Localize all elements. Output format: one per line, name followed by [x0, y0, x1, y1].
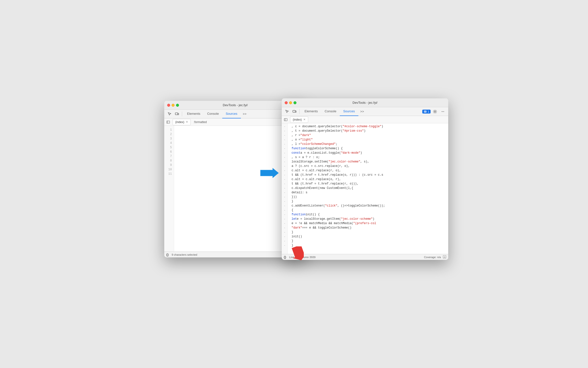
code-content-front: - - - - - - - - - - - - - - - - -: [282, 123, 448, 254]
code-row-11: c.alt = c.alt.replace(r, o),: [290, 168, 448, 173]
sidebar-toggle-back[interactable]: [165, 119, 171, 125]
gutter-9: -: [282, 160, 287, 164]
tab-console-front[interactable]: Console: [321, 107, 340, 116]
code-row-20: {: [290, 208, 448, 212]
svg-rect-14: [284, 118, 287, 121]
maximize-button-front[interactable]: [294, 101, 296, 104]
status-bar-front: {} Line 11, Column 3939 Coverage: n/a: [282, 254, 448, 260]
device-toggle-icon[interactable]: [174, 111, 180, 117]
gutter-15: -: [282, 186, 287, 190]
line-num-8: 8: [164, 159, 174, 163]
coverage-front: Coverage: n/a: [424, 255, 446, 259]
file-tab-formatted-back[interactable]: :formatted: [191, 119, 209, 125]
devtools-window-front: DevTools - jec.fyi/ Elements Console Sou…: [282, 98, 448, 260]
gutter-14: -: [282, 182, 287, 186]
tab-more-front[interactable]: >>: [358, 107, 366, 116]
minimize-button-back[interactable]: [172, 104, 175, 107]
code-row-10: a ? (c.src = c.src.replace(r, o),: [290, 164, 448, 168]
svg-rect-16: [443, 255, 446, 258]
gutter-18: -: [282, 199, 287, 204]
gutter-22: -: [282, 217, 287, 221]
tab-elements-back[interactable]: Elements: [184, 110, 204, 118]
tab-more-back[interactable]: >>: [241, 110, 248, 118]
gutter-28: -: [282, 243, 287, 248]
gutter-12: -: [282, 173, 287, 177]
window-title-back: DevTools - jec.fyi/: [223, 103, 248, 107]
settings-icon-front[interactable]: [432, 108, 438, 115]
code-row-12: t && (t.href = t.href.replace(o, r))) : …: [290, 173, 448, 177]
code-row-25: }: [290, 230, 448, 234]
file-tab-index-label-back: (index): [175, 120, 184, 124]
svg-point-10: [435, 111, 436, 112]
close-button-back[interactable]: [167, 104, 170, 107]
gutter-23: -: [282, 221, 287, 226]
code-row-18: }: [290, 199, 448, 204]
tab-elements-front[interactable]: Elements: [301, 107, 321, 116]
code-lines-front[interactable]: , c = document.querySelector("#color-sch…: [288, 123, 448, 254]
maximize-button-back[interactable]: [176, 104, 179, 107]
line-num-7: 7: [164, 154, 174, 159]
tab-sources-front[interactable]: Sources: [340, 107, 358, 116]
toolbar-separator-front: [299, 109, 300, 114]
file-tabs-bar-front: (index) ✕: [282, 116, 448, 123]
code-editor-front: - - - - - - - - - - - - - - - - -: [282, 123, 448, 254]
format-icon-back[interactable]: {}: [166, 253, 169, 256]
gutter-16: -: [282, 190, 287, 195]
gutter-19: -: [282, 204, 287, 208]
minimize-button-front[interactable]: [289, 101, 292, 104]
code-row-4: , o = "light": [290, 138, 448, 142]
file-tab-label-front: (index): [293, 118, 302, 121]
code-row-16: detail: s: [290, 190, 448, 195]
code-row-13: c.alt = c.alt.replace(o, r),: [290, 177, 448, 182]
titlebar-front: DevTools - jec.fyi/: [282, 98, 448, 107]
device-toggle-icon-front[interactable]: [291, 108, 298, 115]
code-row-14: t && (t.href = t.href.replace(r, o))),: [290, 182, 448, 186]
gutter-13: -: [282, 177, 287, 182]
code-row-22: let e = localStorage.getItem("jec.color-…: [290, 217, 448, 221]
tab-sources-back[interactable]: Sources: [222, 110, 241, 118]
gutter-10: -: [282, 164, 287, 168]
sidebar-toggle-front[interactable]: [283, 117, 289, 123]
inspect-icon-front[interactable]: [284, 108, 291, 115]
notification-count: 1: [428, 110, 429, 113]
svg-rect-0: [175, 113, 178, 115]
line-num-9: 9: [164, 163, 174, 167]
gutter-26: -: [282, 234, 287, 239]
tab-console-back[interactable]: Console: [204, 110, 222, 118]
code-row-21: function init() {: [290, 212, 448, 217]
file-tab-index-front[interactable]: (index) ✕: [290, 116, 308, 123]
gutter-3: -: [282, 133, 287, 138]
svg-point-12: [443, 111, 443, 112]
code-row-5: , l = "colorSchemeChanged";: [290, 142, 448, 146]
code-row-2: , t = document.querySelector("#prism-css…: [290, 129, 448, 133]
file-tab-index-back[interactable]: (index) ✕: [173, 119, 191, 125]
gutter-8: -: [282, 155, 287, 160]
line-num-1: 1: [164, 128, 174, 132]
gutter-6: -: [282, 146, 287, 151]
code-row-3: , r = "dark": [290, 133, 448, 138]
inspect-icon[interactable]: [166, 111, 173, 117]
svg-rect-2: [167, 121, 170, 123]
code-row-6: function toggleColorScheme() {: [290, 146, 448, 151]
svg-rect-7: [424, 111, 426, 113]
file-tab-close-front[interactable]: ✕: [303, 118, 306, 121]
notification-badge[interactable]: 1: [422, 110, 431, 114]
traffic-lights-front: [285, 101, 296, 104]
svg-rect-6: [295, 111, 296, 112]
selected-status-back: 9 characters selected: [172, 253, 197, 256]
close-button-front[interactable]: [285, 101, 288, 104]
code-row-24: "dark" === e && toggleColorScheme(): [290, 226, 448, 230]
line-num-5: 5: [164, 145, 174, 150]
gutter-5: -: [282, 142, 287, 146]
scroll-to-bottom-icon[interactable]: [443, 255, 446, 259]
file-tab-close-back[interactable]: ✕: [186, 120, 188, 124]
code-row-7: const a = e.classList.toggle("dark-mode"…: [290, 151, 448, 155]
format-icon-front[interactable]: {}: [284, 255, 286, 259]
coverage-label-front: Coverage: n/a: [424, 256, 441, 259]
code-row-28: }: [290, 243, 448, 248]
code-row-19: c.addEventListener("click", ()=>toggleCo…: [290, 204, 448, 208]
line-num-6: 6: [164, 150, 174, 154]
gutter-2: -: [282, 129, 287, 133]
line-num-10: 10: [164, 167, 174, 172]
more-icon-front[interactable]: [439, 108, 446, 115]
